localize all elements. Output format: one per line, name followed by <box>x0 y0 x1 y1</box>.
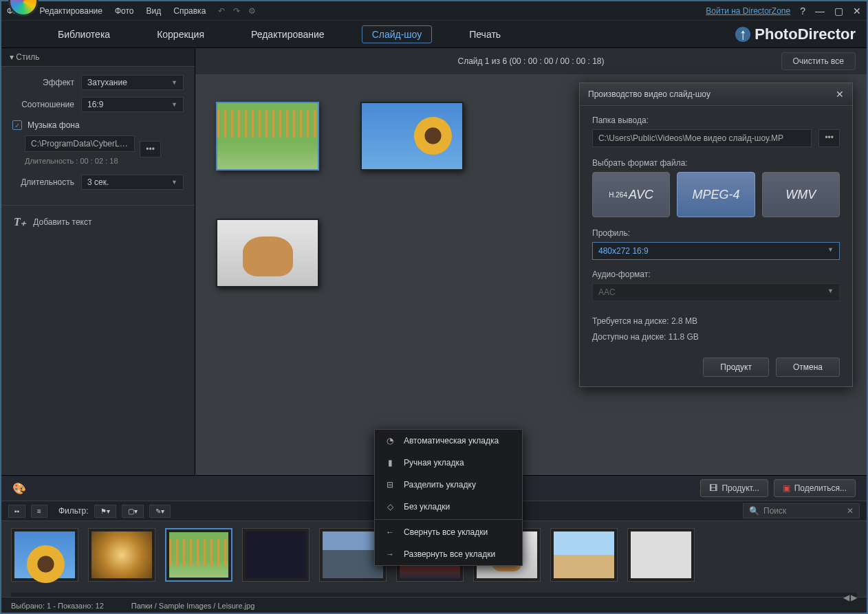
profile-select[interactable]: 480x272 16:9▼ <box>592 242 840 260</box>
effect-label: Эффект <box>12 78 74 87</box>
profile-label: Профиль: <box>592 228 840 238</box>
palette-icon[interactable]: 🎨 <box>12 482 26 495</box>
menu-photo[interactable]: Фото <box>115 6 134 16</box>
directorzone-link[interactable]: Войти на DirectorZone <box>706 6 790 16</box>
format-label: Выбрать формат файла: <box>592 158 840 168</box>
search-input[interactable]: 🔍Поиск✕ <box>743 503 860 518</box>
clear-search-icon[interactable]: ✕ <box>847 506 854 516</box>
redo-icon[interactable]: ↷ <box>233 6 240 16</box>
disk-available: Доступно на диске: 11.8 GB <box>592 329 840 345</box>
cm-no-stack[interactable]: ◇Без укладки <box>375 496 522 518</box>
menu-view[interactable]: Вид <box>147 6 162 16</box>
music-checkbox[interactable]: ✓ <box>12 120 22 130</box>
menubar: Файл Редактирование Фото Вид Справка ↶ ↷… <box>1 1 867 21</box>
text-icon: T₊ <box>14 215 26 228</box>
tab-editing[interactable]: Редактирование <box>241 26 334 43</box>
share-icon: ▣ <box>783 483 790 493</box>
status-selection: Выбрано: 1 - Показано: 12 <box>11 602 104 610</box>
film-thumb-8[interactable] <box>550 528 618 582</box>
format-mpeg4[interactable]: MPEG-4 <box>677 172 755 217</box>
status-path: Папки / Sample Images / Leisure.jpg <box>131 602 255 610</box>
film-thumb-3[interactable] <box>165 528 232 582</box>
cancel-button[interactable]: Отмена <box>776 358 840 377</box>
gear-icon[interactable]: ⚙ <box>248 6 256 16</box>
expand-icon: → <box>384 549 395 559</box>
output-label: Папка вывода: <box>592 116 840 125</box>
film-icon: 🎞 <box>709 483 717 493</box>
style-panel-header[interactable]: ▾ Стиль <box>1 48 195 67</box>
duration-label: Длительность <box>12 177 74 187</box>
add-text-button[interactable]: T₊ Добавить текст <box>1 205 195 238</box>
view-grid-button[interactable]: ▪▪ <box>8 505 25 518</box>
share-action-button[interactable]: ▣Поделиться... <box>774 479 856 497</box>
effect-select[interactable]: Затухание▼ <box>81 75 184 90</box>
collapse-icon: ← <box>384 527 395 537</box>
film-thumb-1[interactable] <box>11 528 78 582</box>
filter-label: Фильтр: <box>58 506 89 516</box>
film-thumb-9[interactable] <box>627 528 695 582</box>
sidebar: ▾ Стиль Эффект Затухание▼ Соотношение 16… <box>1 48 195 475</box>
cm-manual-stack[interactable]: ▮Ручная укладка <box>375 452 522 474</box>
menu-edit[interactable]: Редактирование <box>40 6 102 16</box>
slide-thumb-1[interactable] <box>216 102 319 171</box>
maximize-icon[interactable]: ▢ <box>834 6 843 17</box>
tab-print[interactable]: Печать <box>459 26 510 43</box>
format-wmv[interactable]: WMV <box>762 172 840 217</box>
upload-icon: ↑ <box>735 27 750 42</box>
output-path: C:\Users\Public\Videos\Мое видео слайд-ш… <box>592 129 812 147</box>
brand: ↑ PhotoDirector <box>735 25 856 43</box>
audio-label: Аудио-формат: <box>592 270 840 279</box>
cm-collapse-all[interactable]: ←Свернуть все укладки <box>375 521 522 543</box>
tabbar: Библиотека Коррекция Редактирование Слай… <box>1 21 867 48</box>
scroll-right-icon[interactable]: ▶ <box>851 593 857 602</box>
scroll-left-icon[interactable]: ◀ <box>843 593 849 602</box>
dialog-close-icon[interactable]: ✕ <box>836 89 844 100</box>
music-browse-button[interactable]: ••• <box>140 141 161 157</box>
cm-split-stack[interactable]: ⊟Разделить укладку <box>375 474 522 496</box>
tab-library[interactable]: Библиотека <box>48 26 120 43</box>
unstack-icon: ◇ <box>384 502 395 512</box>
search-icon: 🔍 <box>749 506 759 516</box>
context-menu: ◔Автоматическая укладка ▮Ручная укладка … <box>374 429 523 566</box>
cm-expand-all[interactable]: →Развернуть все укладки <box>375 543 522 565</box>
music-path: C:\ProgramData\CyberLin... <box>25 135 135 152</box>
dialog-title: Производство видео слайд-шоу <box>588 89 710 99</box>
ratio-select[interactable]: 16:9▼ <box>81 97 184 112</box>
clock-icon: ◔ <box>384 436 395 446</box>
undo-icon[interactable]: ↶ <box>218 6 225 16</box>
canvas-area: Слайд 1 из 6 (00 : 00 : 00 / 00 : 00 : 1… <box>195 48 867 475</box>
film-thumb-4[interactable] <box>242 528 310 582</box>
slide-info: Слайд 1 из 6 (00 : 00 : 00 / 00 : 00 : 1… <box>457 56 604 66</box>
film-thumb-2[interactable] <box>88 528 155 582</box>
produce-action-button[interactable]: 🎞Продукт... <box>700 479 768 497</box>
filter-rating-button[interactable]: ✎▾ <box>149 505 171 518</box>
menu-help[interactable]: Справка <box>173 6 206 16</box>
music-duration: Длительность : 00 : 02 : 18 <box>25 157 184 165</box>
tab-slideshow[interactable]: Слайд-шоу <box>362 25 433 43</box>
disk-required: Требуется на диске: 2.8 MB <box>592 314 840 329</box>
audio-select: AAC▼ <box>592 283 840 301</box>
view-list-button[interactable]: ≡ <box>31 505 47 518</box>
produce-dialog: Производство видео слайд-шоу ✕ Папка выв… <box>579 83 853 387</box>
music-label: Музыка фона <box>28 120 80 130</box>
duration-select[interactable]: 3 сек.▼ <box>81 175 184 190</box>
split-icon: ⊟ <box>384 480 395 490</box>
cm-auto-stack[interactable]: ◔Автоматическая укладка <box>375 430 522 452</box>
slide-thumb-2[interactable] <box>360 102 464 171</box>
ratio-label: Соотношение <box>12 100 74 109</box>
close-icon[interactable]: ✕ <box>853 6 861 17</box>
filter-label-button[interactable]: ▢▾ <box>122 505 144 518</box>
output-browse-button[interactable]: ••• <box>818 129 840 147</box>
slide-thumb-4[interactable] <box>216 219 319 287</box>
format-avc[interactable]: H.264AVC <box>592 172 670 217</box>
clear-all-button[interactable]: Очистить все <box>781 52 856 70</box>
help-icon[interactable]: ? <box>800 6 805 17</box>
tab-correction[interactable]: Коррекция <box>147 26 214 43</box>
produce-button[interactable]: Продукт <box>703 358 769 377</box>
minimize-icon[interactable]: — <box>815 6 825 17</box>
stack-icon: ▮ <box>384 458 395 468</box>
filter-flag-button[interactable]: ⚑▾ <box>94 505 116 518</box>
